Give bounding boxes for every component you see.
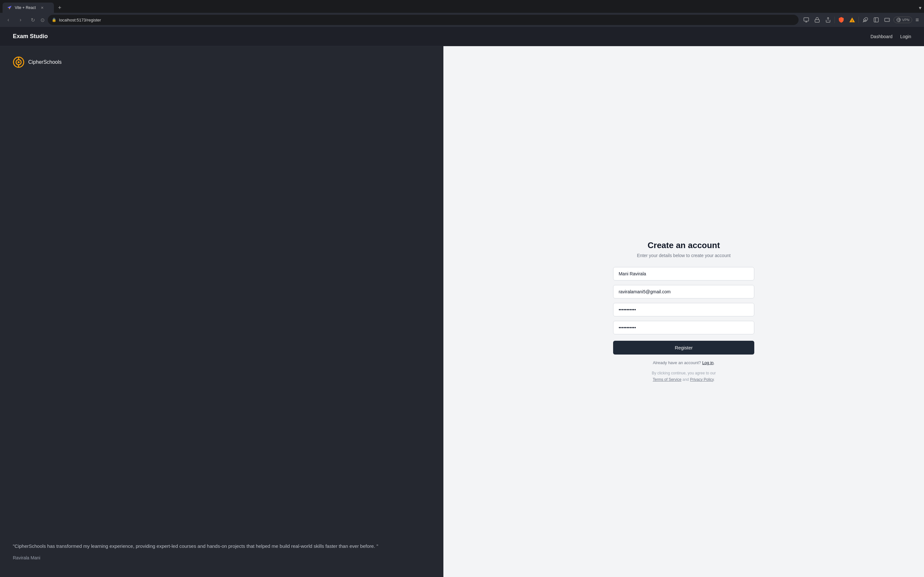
register-subtitle: Enter your details below to create your … [637, 253, 730, 258]
toolbar-actions: ! [802, 15, 920, 24]
bookmark-button[interactable]: ⊙ [40, 17, 45, 23]
app-logo: Exam Studio [13, 33, 48, 40]
brand-logo-icon [13, 56, 24, 68]
right-panel: Create an account Enter your details bel… [443, 46, 924, 577]
terms-and: and [682, 377, 689, 382]
terms-text: By clicking continue, you agree to our T… [652, 370, 716, 382]
share-button[interactable] [824, 15, 833, 24]
cast-button[interactable] [802, 15, 811, 24]
confirm-password-input[interactable] [613, 321, 754, 334]
dashboard-link[interactable]: Dashboard [871, 34, 893, 39]
password-input[interactable] [613, 303, 754, 316]
register-card: Create an account Enter your details bel… [613, 240, 754, 382]
address-bar[interactable]: 🔒 localhost:5173/register [48, 15, 798, 25]
svg-rect-1 [815, 19, 819, 22]
sidebar-button[interactable] [872, 15, 881, 24]
brand-section: CipherSchools [13, 56, 431, 68]
reload-button[interactable]: ↻ [28, 15, 37, 24]
browser-chrome: Vite + React ✕ + ▾ ‹ › ↻ ⊙ 🔒 localhost:5… [0, 0, 924, 27]
tab-list-button[interactable]: ▾ [919, 5, 921, 11]
svg-text:!: ! [852, 19, 853, 23]
register-title: Create an account [648, 240, 720, 250]
terms-prefix: By clicking continue, you agree to our [652, 371, 716, 376]
url-display: localhost:5173/register [59, 18, 101, 23]
top-nav: Exam Studio Dashboard Login [0, 27, 924, 46]
attention-button[interactable]: ! [848, 15, 857, 24]
register-button[interactable]: Register [613, 341, 754, 355]
password-field-group [613, 303, 754, 316]
confirm-password-field-group [613, 321, 754, 334]
lock-icon: 🔒 [52, 18, 57, 22]
nav-links: Dashboard Login [871, 34, 911, 39]
email-field-group [613, 285, 754, 298]
main-content: CipherSchools "CipherSchools has transfo… [0, 46, 924, 577]
terms-of-service-link[interactable]: Terms of Service [653, 377, 682, 382]
new-tab-button[interactable]: + [55, 3, 64, 12]
name-input[interactable] [613, 267, 754, 280]
app-wrapper: Exam Studio Dashboard Login CipherSchool… [0, 27, 924, 577]
forward-button[interactable]: › [16, 15, 25, 24]
tab-title: Vite + React [15, 5, 36, 10]
extensions-button[interactable] [861, 15, 870, 24]
browser-menu-button[interactable]: ≡ [914, 16, 920, 24]
login-prompt: Already have an account? Log in. [653, 360, 715, 365]
name-field-group [613, 267, 754, 280]
tab-bar: Vite + React ✕ + ▾ [0, 0, 924, 13]
vpn-button[interactable]: VPN [893, 17, 913, 23]
testimonial-text: "CipherSchools has transformed my learni… [13, 542, 431, 550]
svg-rect-7 [874, 18, 879, 22]
login-link[interactable]: Log in [702, 360, 714, 365]
wallet-button[interactable] [883, 15, 892, 24]
testimonial-section: "CipherSchools has transformed my learni… [13, 542, 431, 567]
privacy-policy-link[interactable]: Privacy Policy [690, 377, 714, 382]
email-input[interactable] [613, 285, 754, 298]
login-nav-link[interactable]: Login [900, 34, 911, 39]
svg-rect-9 [885, 18, 889, 22]
svg-point-13 [18, 61, 19, 63]
active-tab[interactable]: Vite + React ✕ [3, 3, 54, 13]
already-account-text: Already have an account? [653, 360, 701, 365]
testimonial-author: Ravirala Mani [13, 555, 431, 560]
brave-shield-button[interactable] [837, 15, 846, 24]
back-button[interactable]: ‹ [4, 15, 13, 24]
brand-name: CipherSchools [28, 59, 61, 65]
password-manager-button[interactable] [813, 15, 822, 24]
browser-toolbar: ‹ › ↻ ⊙ 🔒 localhost:5173/register [0, 13, 924, 27]
tab-close-button[interactable]: ✕ [41, 6, 44, 10]
svg-rect-0 [804, 18, 809, 21]
left-panel: CipherSchools "CipherSchools has transfo… [0, 46, 443, 577]
vite-favicon [7, 5, 12, 10]
